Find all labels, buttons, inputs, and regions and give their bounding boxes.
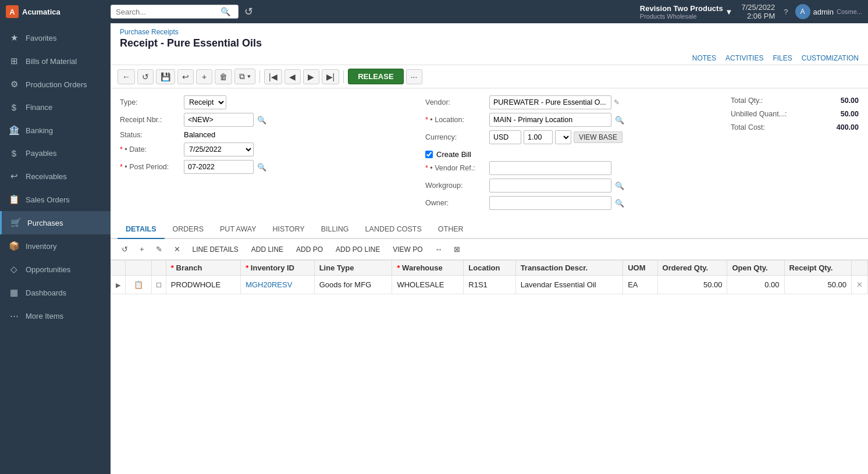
sidebar-item-dashboards[interactable]: ▦ Dashboards — [0, 281, 111, 304]
post-period-search-button[interactable]: 🔍 — [256, 163, 268, 172]
search-input[interactable] — [116, 8, 220, 16]
sidebar-item-production-orders[interactable]: ⚙ Production Orders — [0, 73, 111, 96]
view-po-button[interactable]: VIEW PO — [388, 244, 427, 255]
vendor-ref-row: • Vendor Ref.: — [425, 161, 719, 175]
history-button[interactable]: ↺ — [244, 5, 253, 18]
sidebar-item-more-items[interactable]: ⋯ More Items — [0, 304, 111, 327]
page-header: Purchase Receipts Receipt - Pure Essenti… — [111, 23, 868, 52]
table-delete-button[interactable]: ✕ — [170, 243, 184, 256]
app-name: Acumatica — [22, 8, 61, 16]
view-base-button[interactable]: VIEW BASE — [574, 131, 622, 143]
tab-details[interactable]: DETAILS — [118, 220, 165, 239]
owner-search-button[interactable]: 🔍 — [614, 199, 625, 208]
first-button[interactable]: |◀ — [264, 69, 282, 84]
app-logo[interactable]: A Acumatica — [6, 5, 105, 18]
vendor-ref-input[interactable] — [489, 161, 611, 175]
release-button[interactable]: RELEASE — [348, 69, 403, 84]
notes-link[interactable]: NOTES — [692, 54, 716, 62]
sidebar-item-banking[interactable]: 🏦 Banking — [0, 119, 111, 142]
tab-history[interactable]: HISTORY — [265, 220, 313, 239]
search-button[interactable]: 🔍 — [220, 7, 230, 16]
row-copy-button[interactable]: 📋 — [130, 279, 147, 291]
table-edit-button[interactable]: ✎ — [152, 243, 166, 256]
revert-button[interactable]: ↩ — [177, 69, 194, 84]
location-input[interactable] — [489, 113, 611, 127]
post-period-input[interactable] — [184, 160, 254, 174]
help-icon[interactable]: ? — [784, 8, 788, 16]
files-link[interactable]: FILES — [773, 54, 792, 62]
user-company-label: Cosme... — [837, 8, 862, 15]
sidebar-item-sales-orders[interactable]: 📋 Sales Orders — [0, 188, 111, 211]
sidebar-item-favorites[interactable]: ★ Favorites — [0, 26, 111, 49]
vendor-input[interactable] — [489, 95, 611, 109]
user-info[interactable]: A admin Cosme... — [795, 4, 862, 19]
date-label: • Date: — [120, 145, 184, 154]
table-export-button[interactable]: ⊠ — [450, 243, 464, 256]
row-expand-button[interactable]: ▶ — [116, 281, 120, 289]
table-refresh-button[interactable]: ↺ — [118, 243, 132, 256]
add-po-button[interactable]: ADD PO — [291, 244, 328, 255]
sidebar-item-opportunities[interactable]: ◇ Opportunities — [0, 258, 111, 281]
receipt-nbr-input[interactable] — [184, 113, 254, 127]
next-button[interactable]: ▶ — [303, 69, 319, 84]
sidebar-item-receivables[interactable]: ↩ Receivables — [0, 165, 111, 188]
delete-button[interactable]: 🗑 — [215, 69, 232, 84]
company-selector[interactable]: Revision Two Products Products Wholesale… — [640, 4, 733, 20]
tab-landed-costs[interactable]: LANDED COSTS — [357, 220, 430, 239]
breadcrumb[interactable]: Purchase Receipts — [120, 28, 859, 36]
add-po-line-button[interactable]: ADD PO LINE — [331, 244, 385, 255]
customization-link[interactable]: CUSTOMIZATION — [802, 54, 859, 62]
sidebar-item-inventory[interactable]: 📦 Inventory — [0, 234, 111, 258]
sidebar: ★ Favorites ⊞ Bills of Material ⚙ Produc… — [0, 23, 111, 474]
star-icon: ★ — [8, 33, 20, 43]
tab-put-away[interactable]: PUT AWAY — [212, 220, 265, 239]
add-line-button[interactable]: ADD LINE — [247, 244, 288, 255]
tab-orders[interactable]: ORDERS — [165, 220, 212, 239]
vendor-value: ✎ — [489, 95, 620, 109]
copy-button[interactable]: ⧉ ▾ — [234, 69, 255, 84]
location-search-button[interactable]: 🔍 — [614, 116, 625, 124]
date-value: 7/25/2022 — [184, 142, 254, 156]
last-button[interactable]: ▶| — [322, 69, 340, 84]
vendor-edit-icon[interactable]: ✎ — [614, 98, 620, 106]
currency-code-input[interactable] — [489, 130, 521, 144]
top-nav: A Acumatica 🔍 ↺ Revision Two Products Pr… — [0, 0, 868, 23]
add-button[interactable]: + — [196, 69, 212, 84]
create-bill-checkbox[interactable] — [425, 151, 433, 158]
table-add-button[interactable]: + — [136, 243, 148, 256]
inventory-id-link[interactable]: MGH20RESV — [246, 280, 292, 289]
line-details-button[interactable]: LINE DETAILS — [188, 244, 243, 255]
datetime-display[interactable]: 7/25/2022 2:06 PM — [741, 3, 775, 20]
tab-other[interactable]: OTHER — [430, 220, 472, 239]
company-dropdown-icon: ▼ — [725, 8, 733, 16]
sidebar-item-bills-of-material[interactable]: ⊞ Bills of Material — [0, 49, 111, 73]
tab-billing[interactable]: BILLING — [313, 220, 357, 239]
table-header-row: * Branch * Inventory ID Line Type * Ware… — [111, 261, 868, 276]
prev-button[interactable]: ◀ — [284, 69, 301, 84]
workgroup-input[interactable] — [489, 179, 611, 193]
workgroup-search-button[interactable]: 🔍 — [614, 181, 625, 190]
date-select[interactable]: 7/25/2022 — [184, 142, 254, 156]
cell-branch: PRODWHOLE — [166, 276, 240, 294]
back-button[interactable]: ← — [118, 69, 135, 84]
sidebar-item-payables[interactable]: $ Payables — [0, 142, 111, 165]
table-fit-button[interactable]: ↔ — [431, 243, 446, 256]
currency-rate-select[interactable] — [555, 130, 571, 144]
sidebar-item-purchases[interactable]: 🛒 Purchases — [0, 211, 111, 234]
main-layout: ★ Favorites ⊞ Bills of Material ⚙ Produc… — [0, 23, 868, 474]
total-cost-label: Total Cost: — [731, 123, 765, 131]
more-actions-button[interactable]: ··· — [406, 69, 422, 84]
cell-copy: 📋 — [126, 276, 152, 294]
activities-link[interactable]: ACTIVITIES — [725, 54, 763, 62]
save-button[interactable]: 💾 — [156, 69, 175, 84]
col-expand — [111, 261, 126, 276]
sidebar-item-finance[interactable]: $ Finance — [0, 96, 111, 119]
undo-button[interactable]: ↺ — [137, 69, 154, 84]
owner-input[interactable] — [489, 196, 611, 210]
search-box: 🔍 — [111, 5, 239, 19]
type-select[interactable]: Receipt — [184, 95, 226, 109]
create-bill-label: Create Bill — [436, 150, 471, 159]
row-delete-button[interactable]: ✕ — [856, 280, 863, 289]
currency-rate-input[interactable] — [524, 130, 553, 144]
receipt-nbr-search-button[interactable]: 🔍 — [256, 116, 268, 124]
